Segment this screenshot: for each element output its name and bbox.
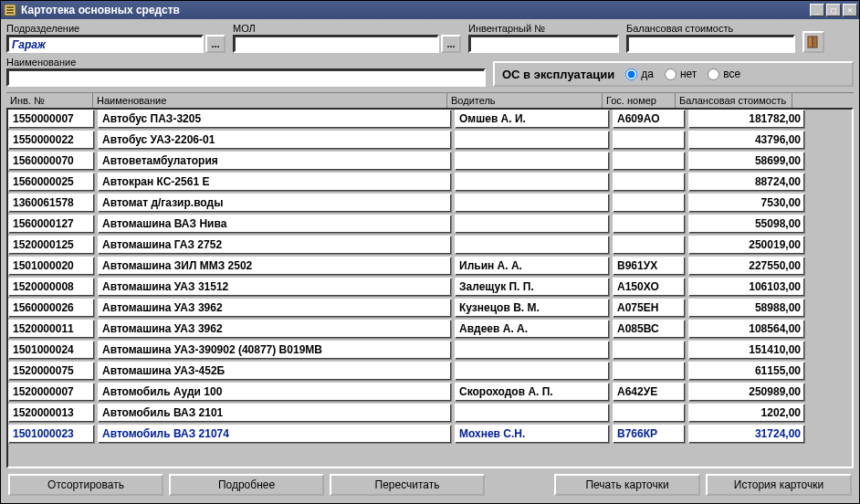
cell: 1560000070 <box>8 152 95 171</box>
cell: 1550000007 <box>8 110 95 129</box>
catalog-icon-button[interactable] <box>802 31 824 53</box>
cell: 108564,00 <box>688 320 805 339</box>
table-row[interactable]: 1360061578Автомат д/газир.воды7530,00 <box>8 194 852 213</box>
table-row[interactable]: 1550000007Автобус ПАЗ-3205Омшев А. И.А60… <box>8 110 852 129</box>
table-row[interactable]: 1501000024Автомашина УАЗ-390902 (40877) … <box>8 341 852 360</box>
cell: 55098,00 <box>688 215 805 234</box>
cell: 1520000007 <box>8 383 95 402</box>
cell: А642УЕ <box>613 383 686 402</box>
table-row[interactable]: 1501000020Автомашина ЗИЛ ММЗ 2502Ильин А… <box>8 257 852 276</box>
cell: 1360061578 <box>8 194 95 213</box>
inv-label: Инвентарный № <box>468 23 619 34</box>
cell: 1501000020 <box>8 257 95 276</box>
cell: 7530,00 <box>688 194 805 213</box>
cell: 250019,00 <box>688 236 805 255</box>
cell: 1560000025 <box>8 173 95 192</box>
subdivision-input[interactable]: Гараж <box>6 35 204 53</box>
table-row[interactable]: 1550000022Автобус УАЗ-2206-0143796,00 <box>8 131 852 150</box>
app-icon <box>3 3 17 17</box>
cell: 1501000023 <box>8 425 95 444</box>
table-row[interactable]: 1560000025Автокран КС-2561 Е88724,00 <box>8 173 852 192</box>
cell <box>613 194 686 213</box>
client-area: Подразделение Гараж ... МОЛ ... Инвентар… <box>1 19 859 503</box>
details-button[interactable]: Подробнее <box>169 474 324 496</box>
cell <box>613 341 686 360</box>
cell: 250989,00 <box>688 383 805 402</box>
table-row[interactable]: 1560000070Автоветамбулатория58699,00 <box>8 152 852 171</box>
radio-no[interactable]: нет <box>665 68 697 80</box>
cell <box>613 362 686 381</box>
cell: А085ВС <box>613 320 686 339</box>
cell: Автомашина УАЗ 3962 <box>98 320 452 339</box>
radio-all[interactable]: все <box>708 68 740 80</box>
table-row[interactable]: 1520000013Автомобиль ВАЗ 21011202,00 <box>8 404 852 423</box>
cell <box>455 173 610 192</box>
table-row[interactable]: 1520000011Автомашина УАЗ 3962Авдеев А. А… <box>8 320 852 339</box>
close-button[interactable]: × <box>843 4 857 16</box>
radio-yes[interactable]: да <box>625 68 654 80</box>
cell: Ильин А. А. <box>455 257 610 276</box>
mol-browse-button[interactable]: ... <box>441 35 461 53</box>
sort-button[interactable]: Отсортировать <box>8 474 163 496</box>
svg-rect-5 <box>813 37 817 47</box>
cell: Автоветамбулатория <box>98 152 452 171</box>
cell: 1202,00 <box>688 404 805 423</box>
cell: Автомашина УАЗ 3962 <box>98 299 452 318</box>
cell <box>455 404 610 423</box>
status-panel: ОС в эксплуатации да нет все <box>493 61 854 87</box>
cell: Автобус ПАЗ-3205 <box>98 110 452 129</box>
mol-label: МОЛ <box>233 23 461 34</box>
header-gos[interactable]: Гос. номер <box>603 93 676 108</box>
header-inv[interactable]: Инв. № <box>6 93 93 108</box>
cell: 1520000125 <box>8 236 95 255</box>
cell: Автомашина УАЗ 31512 <box>98 278 452 297</box>
cell: Залещук П. П. <box>455 278 610 297</box>
cell: В766КР <box>613 425 686 444</box>
name-input[interactable] <box>6 68 486 87</box>
status-panel-title: ОС в эксплуатации <box>502 68 614 81</box>
print-button[interactable]: Печать карточки <box>554 474 700 496</box>
header-balance[interactable]: Балансовая стоимость <box>676 93 792 108</box>
cell: 151410,00 <box>688 341 805 360</box>
cell <box>455 131 610 150</box>
table-row[interactable]: 1501000023Автомобиль ВАЗ 21074Мохнев С.Н… <box>8 425 852 444</box>
cell <box>613 404 686 423</box>
svg-rect-2 <box>6 9 14 11</box>
cell <box>613 131 686 150</box>
cell: Авдеев А. А. <box>455 320 610 339</box>
header-name[interactable]: Наименование <box>93 93 447 108</box>
inv-input[interactable] <box>468 35 619 53</box>
name-label: Наименование <box>6 57 486 68</box>
cell: Мохнев С.Н. <box>455 425 610 444</box>
cell: Автомашина ЗИЛ ММЗ 2502 <box>98 257 452 276</box>
table-row[interactable]: 1560000127Автомашина ВАЗ Нива55098,00 <box>8 215 852 234</box>
data-grid[interactable]: 1550000007Автобус ПАЗ-3205Омшев А. И.А60… <box>6 108 854 468</box>
mol-input[interactable] <box>233 35 439 53</box>
history-button[interactable]: История карточки <box>706 474 852 496</box>
cell: 61155,00 <box>688 362 805 381</box>
cell: Омшев А. И. <box>455 110 610 129</box>
table-row[interactable]: 1520000008Автомашина УАЗ 31512Залещук П.… <box>8 278 852 297</box>
maximize-button[interactable]: □ <box>826 4 841 16</box>
recalc-button[interactable]: Пересчитать <box>330 474 485 496</box>
cell <box>455 236 610 255</box>
table-row[interactable]: 1520000075Автомашина УАЗ-452Б61155,00 <box>8 362 852 381</box>
cell: Автобус УАЗ-2206-01 <box>98 131 452 150</box>
subdivision-browse-button[interactable]: ... <box>205 35 225 53</box>
minimize-button[interactable]: _ <box>810 4 824 16</box>
table-row[interactable]: 1520000007Автомобиль Ауди 100Скороходов … <box>8 383 852 402</box>
table-row[interactable]: 1560000026Автомашина УАЗ 3962Кузнецов В.… <box>8 299 852 318</box>
balance-label: Балансовая стоимость <box>626 23 795 34</box>
cell: 181782,00 <box>688 110 805 129</box>
cell: Скороходов А. П. <box>455 383 610 402</box>
main-window: Картотека основных средств _ □ × Подразд… <box>0 0 860 504</box>
balance-input[interactable] <box>626 35 795 53</box>
header-driver[interactable]: Водитель <box>447 93 603 108</box>
cell: 1520000075 <box>8 362 95 381</box>
svg-rect-1 <box>6 6 14 8</box>
cell: 58699,00 <box>688 152 805 171</box>
cell: Автомашина ВАЗ Нива <box>98 215 452 234</box>
cell <box>613 215 686 234</box>
table-row[interactable]: 1520000125Автомашина ГАЗ 2752250019,00 <box>8 236 852 255</box>
cell <box>455 215 610 234</box>
